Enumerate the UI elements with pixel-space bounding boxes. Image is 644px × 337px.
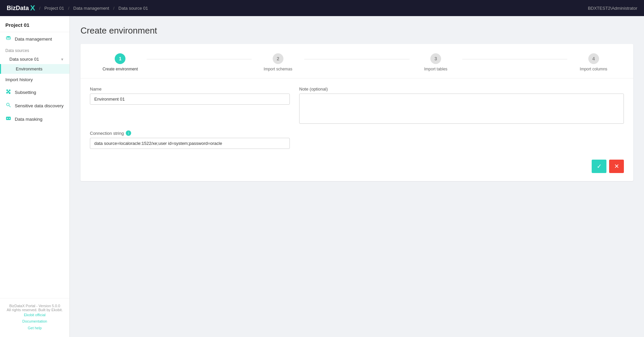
cancel-button[interactable]: ✕ bbox=[609, 160, 624, 173]
chevron-down-icon: ▼ bbox=[60, 57, 64, 61]
svg-point-0 bbox=[6, 36, 10, 38]
svg-point-4 bbox=[7, 118, 8, 119]
search-icon bbox=[5, 102, 11, 109]
step-4-label: Import columns bbox=[580, 67, 607, 71]
step-2-number: 2 bbox=[277, 56, 279, 61]
step-3-number: 3 bbox=[434, 56, 437, 61]
step-2-circle: 2 bbox=[273, 53, 283, 64]
breadcrumb-data-management[interactable]: Data management bbox=[73, 6, 109, 11]
connection-string-label-row: Connection string i bbox=[90, 130, 624, 136]
svg-line-2 bbox=[9, 106, 10, 107]
sidebar-environments[interactable]: Environments bbox=[0, 64, 69, 74]
nav-left: BizDataX / Project 01 / Data management … bbox=[7, 4, 148, 12]
breadcrumb-data-source[interactable]: Data source 01 bbox=[118, 6, 148, 11]
form-row-1: Name Note (optional) bbox=[90, 87, 624, 124]
mask-icon bbox=[5, 116, 11, 122]
sensitive-label: Sensitive data discovery bbox=[15, 103, 64, 108]
data-management-label: Data management bbox=[15, 37, 52, 42]
svg-point-1 bbox=[7, 103, 9, 106]
masking-label: Data masking bbox=[15, 117, 43, 122]
database-icon bbox=[5, 36, 11, 42]
step-1-number: 1 bbox=[119, 56, 121, 61]
name-group: Name bbox=[90, 87, 290, 124]
breadcrumb-project[interactable]: Project 01 bbox=[44, 6, 64, 11]
action-buttons: ✓ ✕ bbox=[592, 160, 624, 173]
sidebar-item-masking[interactable]: Data masking bbox=[0, 112, 69, 126]
connection-string-input[interactable] bbox=[90, 138, 290, 149]
note-group: Note (optional) bbox=[299, 87, 624, 124]
step-3: 3 Import tables bbox=[410, 53, 462, 71]
connector-2-3 bbox=[304, 59, 410, 59]
wizard-card: 1 Create environment 2 Import schemas 3 bbox=[80, 44, 633, 181]
step-4: 4 Import columns bbox=[567, 53, 620, 71]
sidebar-item-sensitive[interactable]: Sensitive data discovery bbox=[0, 99, 69, 112]
sidebar-data-source-01[interactable]: Data source 01 ▼ bbox=[0, 54, 69, 64]
step-3-circle: 3 bbox=[430, 53, 441, 64]
info-icon[interactable]: i bbox=[126, 130, 131, 136]
user-info: BDXTEST2\Administrator bbox=[588, 6, 637, 11]
step-4-number: 4 bbox=[592, 56, 595, 61]
rights-text: All rights reserved. Built by Ekobit. bbox=[7, 308, 63, 312]
sep1: / bbox=[39, 6, 41, 11]
sidebar-footer: BizDataX Portal - Version 5.0.0 All righ… bbox=[0, 298, 69, 337]
step-4-circle: 4 bbox=[588, 53, 599, 64]
brand-name: BizData bbox=[7, 5, 29, 12]
svg-point-5 bbox=[9, 118, 10, 119]
name-label: Name bbox=[90, 87, 290, 92]
svg-rect-3 bbox=[6, 117, 11, 120]
note-textarea[interactable] bbox=[299, 94, 624, 124]
connector-1-2 bbox=[147, 59, 252, 59]
sidebar-import-history[interactable]: Import history bbox=[0, 74, 69, 86]
connector-3-4 bbox=[462, 59, 568, 59]
brand-logo[interactable]: BizDataX bbox=[7, 4, 35, 12]
version-text: BizDataX Portal - Version 5.0.0 bbox=[9, 304, 60, 308]
puzzle-icon bbox=[5, 89, 11, 96]
data-sources-header: Data sources bbox=[0, 46, 69, 54]
import-history-label: Import history bbox=[5, 77, 33, 82]
confirm-button[interactable]: ✓ bbox=[592, 160, 606, 173]
page-title: Create environment bbox=[80, 25, 633, 36]
brand-x: X bbox=[30, 4, 35, 12]
name-input[interactable] bbox=[90, 94, 290, 105]
note-label: Note (optional) bbox=[299, 87, 624, 92]
step-1: 1 Create environment bbox=[94, 53, 147, 71]
sep2: / bbox=[68, 6, 69, 11]
top-navigation: BizDataX / Project 01 / Data management … bbox=[0, 0, 644, 16]
main-layout: Project 01 Data management Data sources … bbox=[0, 16, 644, 337]
project-title: Project 01 bbox=[0, 16, 69, 32]
environments-label: Environments bbox=[16, 66, 42, 71]
help-link[interactable]: Get help bbox=[5, 325, 64, 332]
subsetting-label: Subsetting bbox=[15, 90, 36, 95]
form-area: Name Note (optional) Connection string i bbox=[80, 78, 633, 181]
ekobit-link[interactable]: Ekobit official bbox=[5, 312, 64, 319]
main-content: Create environment 1 Create environment … bbox=[70, 16, 644, 337]
sidebar: Project 01 Data management Data sources … bbox=[0, 16, 70, 337]
connection-string-group: Connection string i bbox=[90, 130, 624, 149]
sidebar-item-data-management[interactable]: Data management bbox=[0, 32, 69, 46]
step-1-circle: 1 bbox=[115, 53, 125, 64]
step-1-label: Create environment bbox=[103, 67, 138, 71]
sep3: / bbox=[113, 6, 114, 11]
sidebar-item-subsetting[interactable]: Subsetting bbox=[0, 86, 69, 99]
docs-link[interactable]: Documentation bbox=[5, 318, 64, 325]
connection-string-label: Connection string bbox=[90, 131, 124, 136]
data-source-label: Data source 01 bbox=[9, 57, 39, 62]
step-2-label: Import schemas bbox=[264, 67, 292, 71]
step-3-label: Import tables bbox=[424, 67, 447, 71]
step-2: 2 Import schemas bbox=[252, 53, 304, 71]
steps-bar: 1 Create environment 2 Import schemas 3 bbox=[80, 44, 633, 78]
